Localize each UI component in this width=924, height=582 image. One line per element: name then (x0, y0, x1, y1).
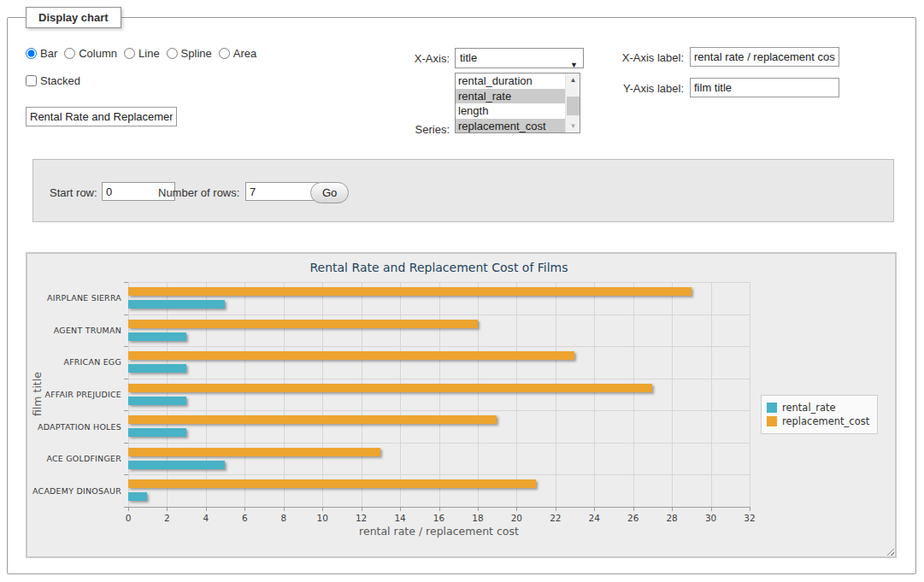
chart-title-input[interactable] (26, 107, 177, 126)
x-axis-selected-value: title (460, 51, 477, 64)
category-label: AGENT TRUMAN (27, 315, 121, 347)
gridline-vertical (594, 282, 595, 507)
category-label: ACADEMY DINOSAUR (27, 474, 121, 507)
series-listbox[interactable]: rental_durationrental_ratelengthreplacem… (455, 73, 580, 133)
x-axis-tick-label: 30 (698, 513, 724, 523)
x-axis-tick-label: 12 (349, 513, 374, 523)
x-axis-tick-label: 28 (659, 513, 685, 523)
scroll-down-icon[interactable]: ▼ (566, 120, 580, 132)
legend-swatch-icon (767, 416, 777, 426)
gridline-horizontal (128, 346, 750, 347)
radio-area[interactable]: Area (219, 47, 256, 60)
y-axis-tick (124, 346, 128, 347)
gridline-vertical (711, 282, 712, 507)
y-axis-tick (124, 379, 128, 379)
chart-title: Rental Rate and Replacement Cost of Film… (128, 261, 750, 274)
x-axis-select[interactable]: title ▼ (455, 48, 584, 68)
x-axis-label-input[interactable] (690, 47, 839, 67)
gridline-horizontal (128, 282, 750, 283)
x-axis-tick-label: 0 (115, 513, 141, 523)
dropdown-arrow-icon: ▼ (570, 56, 578, 74)
bar-rental_rate (128, 364, 186, 373)
series-scrollbar[interactable]: ▲ ▼ (565, 73, 580, 132)
series-option[interactable]: length (456, 103, 580, 119)
radio-column-label: Column (79, 47, 117, 60)
gridline-vertical (478, 282, 479, 507)
number-of-rows-label: Number of rows: (158, 186, 239, 199)
x-axis-select-label: X-Axis: (368, 52, 450, 65)
chart-type-radio-group: Bar Column Line Spline Area (26, 47, 263, 60)
series-option[interactable]: rental_rate (456, 89, 580, 104)
gridline-vertical (206, 282, 207, 507)
gridline-vertical (633, 282, 634, 507)
y-axis-tick (124, 474, 128, 475)
legend-label: rental_rate (782, 402, 836, 414)
gridline-vertical (400, 282, 401, 507)
gridline-vertical (556, 282, 556, 507)
gridline-vertical (322, 282, 323, 507)
radio-bar-input[interactable] (26, 48, 37, 59)
go-button[interactable]: Go (310, 182, 349, 203)
x-axis-tick-label: 4 (193, 513, 219, 523)
category-label: AIRPLANE SIERRA (27, 282, 121, 315)
start-row-label: Start row: (50, 186, 97, 199)
bar-replacement_cost (128, 351, 574, 360)
x-axis-tick-label: 24 (581, 513, 607, 523)
legend-item-rental_rate[interactable]: rental_rate (767, 402, 869, 414)
gridline-vertical (284, 282, 285, 507)
radio-line-input[interactable] (124, 48, 135, 59)
x-axis-tick (750, 507, 750, 511)
bar-replacement_cost (128, 448, 380, 456)
radio-column-input[interactable] (64, 48, 75, 59)
gridline-horizontal (128, 379, 750, 379)
series-option[interactable]: replacement_cost (456, 119, 580, 134)
y-axis-tick (124, 282, 128, 283)
y-axis-tick (124, 443, 128, 444)
series-list-label: Series: (368, 123, 450, 136)
bar-replacement_cost (128, 415, 497, 424)
legend-item-replacement_cost[interactable]: replacement_cost (767, 415, 869, 427)
resize-grip-icon[interactable] (885, 546, 894, 556)
stacked-checkbox-row[interactable]: Stacked (26, 74, 80, 87)
radio-line-label: Line (138, 47, 160, 60)
x-axis-tick-label: 32 (737, 513, 762, 523)
gridline-horizontal (128, 315, 750, 315)
x-axis-tick-label: 14 (387, 513, 413, 523)
x-axis-tick-label: 20 (503, 513, 529, 523)
y-axis-tick (124, 315, 128, 315)
number-of-rows-input[interactable] (245, 182, 319, 201)
bar-replacement_cost (128, 320, 478, 328)
radio-spline[interactable]: Spline (167, 47, 212, 60)
gridline-horizontal (128, 474, 750, 475)
radio-bar[interactable]: Bar (26, 47, 57, 60)
scrollbar-thumb[interactable] (567, 97, 580, 115)
bar-rental_rate (128, 492, 147, 501)
x-axis-tick-label: 18 (465, 513, 491, 523)
category-label: AFFAIR PREJUDICE (27, 379, 121, 411)
fieldset-legend: Display chart (26, 7, 121, 28)
legend-swatch-icon (767, 403, 777, 413)
bar-rental_rate (128, 300, 225, 309)
x-axis-tick-label: 8 (271, 513, 297, 523)
radio-column[interactable]: Column (64, 47, 117, 60)
radio-area-input[interactable] (219, 48, 230, 59)
radio-line[interactable]: Line (124, 47, 160, 60)
y-axis-label-input[interactable] (690, 78, 839, 97)
category-label: AFRICAN EGG (27, 346, 121, 379)
x-axis-tick-label: 16 (427, 513, 452, 523)
stacked-checkbox[interactable] (26, 75, 37, 86)
chart-panel: Rental Rate and Replacement Cost of Film… (26, 252, 897, 558)
series-options: rental_durationrental_ratelengthreplacem… (456, 73, 580, 133)
x-axis-tick-label: 10 (309, 513, 335, 523)
gridline-vertical (750, 282, 750, 507)
series-option[interactable]: rental_duration (456, 73, 580, 89)
legend-label: replacement_cost (782, 415, 869, 427)
category-label: ACE GOLDFINGER (27, 443, 121, 475)
gridline-vertical (672, 282, 673, 507)
x-axis-tick-label: 6 (232, 513, 257, 523)
chart-legend: rental_ratereplacement_cost (761, 395, 878, 434)
bar-rental_rate (128, 461, 225, 469)
radio-spline-input[interactable] (167, 48, 178, 59)
x-axis-tick-label: 22 (543, 513, 568, 523)
scroll-up-icon[interactable]: ▲ (566, 73, 580, 86)
